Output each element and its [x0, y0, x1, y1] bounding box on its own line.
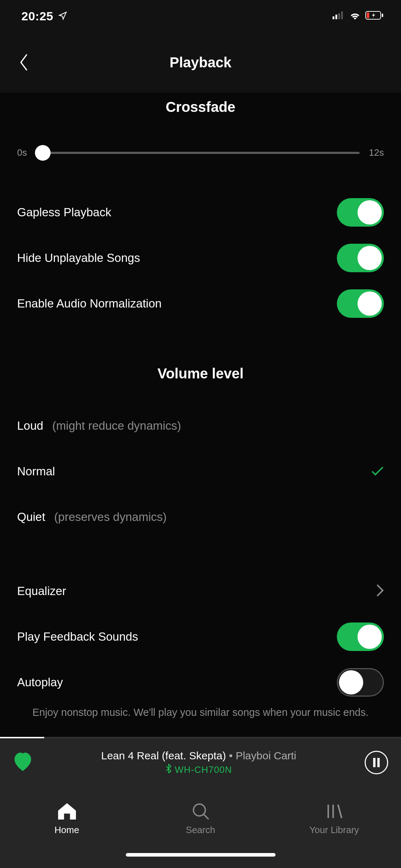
pause-icon [372, 758, 380, 767]
chevron-right-icon [376, 584, 384, 599]
home-icon [58, 802, 76, 820]
crossfade-slider-thumb[interactable] [35, 145, 51, 161]
tab-library-label: Your Library [309, 825, 359, 836]
volume-option-normal[interactable]: Normal [17, 449, 384, 494]
volume-option-normal-label: Normal [17, 465, 61, 478]
toggle-play-feedback-sounds[interactable] [337, 622, 384, 651]
like-button[interactable] [13, 753, 33, 773]
page-title: Playback [0, 55, 401, 71]
crossfade-min-label: 0s [17, 147, 27, 158]
playback-progress-bar[interactable] [0, 737, 401, 738]
playback-progress-fill [0, 737, 44, 738]
label-gapless: Gapless Playback [17, 206, 111, 219]
volume-option-quiet[interactable]: Quiet (preserves dynamics) [17, 494, 384, 540]
autoplay-description: Enjoy nonstop music. We'll play you simi… [17, 705, 384, 723]
now-playing-title: Lean 4 Real (feat. Skepta) [101, 750, 226, 761]
status-time: 20:25 [21, 9, 53, 23]
volume-option-loud-label: Loud (might reduce dynamics) [17, 419, 181, 433]
chevron-left-icon [19, 53, 29, 71]
svg-rect-7 [373, 758, 376, 767]
svg-rect-0 [333, 16, 334, 19]
svg-rect-2 [338, 13, 340, 19]
tab-library[interactable]: Your Library [267, 787, 401, 851]
svg-rect-6 [382, 14, 383, 17]
svg-rect-8 [377, 758, 380, 767]
nav-header: Playback [0, 32, 401, 93]
now-playing-text: Lean 4 Real (feat. Skepta) • Playboi Car… [43, 750, 355, 776]
settings-content: Crossfade 0s 12s Gapless Playback Hide U… [0, 93, 401, 737]
svg-rect-5 [367, 12, 369, 18]
now-playing-device: WH-CH700N [175, 764, 232, 775]
volume-option-loud[interactable]: Loud (might reduce dynamics) [17, 403, 384, 449]
home-indicator[interactable] [126, 853, 276, 857]
status-icons [333, 11, 384, 21]
opt-hint: (might reduce dynamics) [52, 419, 181, 432]
row-hide-unplayable: Hide Unplayable Songs [17, 235, 384, 281]
battery-low-charging-icon [365, 11, 384, 21]
toggle-audio-normalization[interactable] [337, 289, 384, 318]
section-title-crossfade: Crossfade [17, 99, 384, 115]
heart-icon [13, 753, 33, 771]
status-left: 20:25 [21, 9, 67, 23]
tab-search[interactable]: Search [134, 787, 267, 851]
svg-rect-1 [335, 15, 337, 19]
label-hide-unplayable: Hide Unplayable Songs [17, 251, 140, 265]
check-icon [371, 464, 384, 480]
crossfade-slider[interactable] [36, 152, 360, 154]
now-playing-bar[interactable]: Lean 4 Real (feat. Skepta) • Playboi Car… [0, 738, 401, 787]
now-playing-separator: • [226, 750, 236, 761]
row-audio-normalization: Enable Audio Normalization [17, 281, 384, 326]
tab-bar: Home Search Your Library [0, 787, 401, 851]
opt-label: Loud [17, 419, 43, 432]
toggle-gapless[interactable] [337, 198, 384, 227]
search-icon [192, 802, 209, 820]
label-equalizer: Equalizer [17, 584, 66, 598]
library-icon [326, 802, 343, 820]
opt-label: Quiet [17, 510, 45, 523]
opt-hint: (preserves dynamics) [54, 510, 166, 523]
toggle-hide-unplayable[interactable] [337, 244, 384, 272]
cellular-icon [333, 11, 345, 21]
pause-button[interactable] [365, 751, 388, 774]
tab-home-label: Home [55, 825, 79, 836]
label-play-feedback-sounds: Play Feedback Sounds [17, 630, 138, 644]
wifi-icon [349, 11, 361, 21]
svg-rect-3 [341, 11, 343, 19]
label-autoplay: Autoplay [17, 676, 63, 689]
now-playing-artist: Playboi Carti [236, 750, 296, 761]
crossfade-max-label: 12s [369, 147, 384, 158]
row-gapless: Gapless Playback [17, 190, 384, 235]
label-audio-normalization: Enable Audio Normalization [17, 297, 161, 310]
crossfade-slider-row: 0s 12s [17, 147, 384, 158]
home-indicator-area [0, 851, 401, 868]
location-icon [58, 9, 67, 23]
toggle-autoplay[interactable] [337, 668, 384, 697]
bluetooth-icon [165, 764, 172, 776]
opt-label: Normal [17, 465, 55, 478]
back-button[interactable] [11, 50, 36, 75]
row-autoplay: Autoplay [17, 660, 384, 705]
tab-home[interactable]: Home [0, 787, 134, 851]
volume-option-quiet-label: Quiet (preserves dynamics) [17, 510, 166, 524]
tab-search-label: Search [186, 825, 215, 836]
row-equalizer[interactable]: Equalizer [17, 568, 384, 614]
row-play-feedback-sounds: Play Feedback Sounds [17, 614, 384, 660]
section-title-volume: Volume level [17, 366, 384, 382]
svg-point-9 [193, 804, 205, 816]
status-bar: 20:25 [0, 0, 401, 32]
